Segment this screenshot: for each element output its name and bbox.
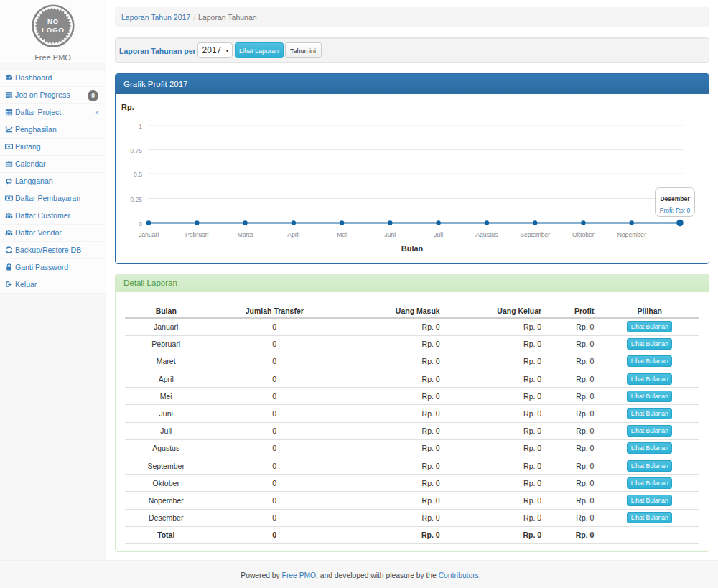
svg-text:September: September bbox=[520, 231, 550, 238]
svg-text:Nopember: Nopember bbox=[617, 231, 646, 238]
svg-text:NO: NO bbox=[47, 17, 58, 25]
svg-text:Bulan: Bulan bbox=[401, 244, 424, 253]
svg-text:0.25: 0.25 bbox=[130, 196, 142, 203]
svg-text:Desember: Desember bbox=[660, 195, 690, 202]
svg-text:Juni: Juni bbox=[384, 231, 396, 238]
svg-text:0.75: 0.75 bbox=[130, 147, 142, 154]
svg-text:Maret: Maret bbox=[238, 231, 254, 238]
svg-text:Profit Rp: 0: Profit Rp: 0 bbox=[660, 207, 691, 214]
svg-text:0: 0 bbox=[139, 220, 142, 228]
svg-text:0.5: 0.5 bbox=[134, 171, 142, 178]
svg-text:Rp.: Rp. bbox=[121, 103, 134, 111]
svg-text:Agustus: Agustus bbox=[475, 231, 498, 238]
svg-text:1: 1 bbox=[139, 123, 142, 130]
svg-text:Januari: Januari bbox=[139, 231, 159, 238]
svg-text:Pebruari: Pebruari bbox=[185, 231, 209, 238]
svg-text:LOGO: LOGO bbox=[42, 26, 65, 34]
svg-text:Oktober: Oktober bbox=[572, 231, 595, 238]
svg-text:Mei: Mei bbox=[337, 231, 347, 238]
svg-text:Juli: Juli bbox=[434, 231, 443, 238]
svg-text:April: April bbox=[287, 231, 299, 238]
